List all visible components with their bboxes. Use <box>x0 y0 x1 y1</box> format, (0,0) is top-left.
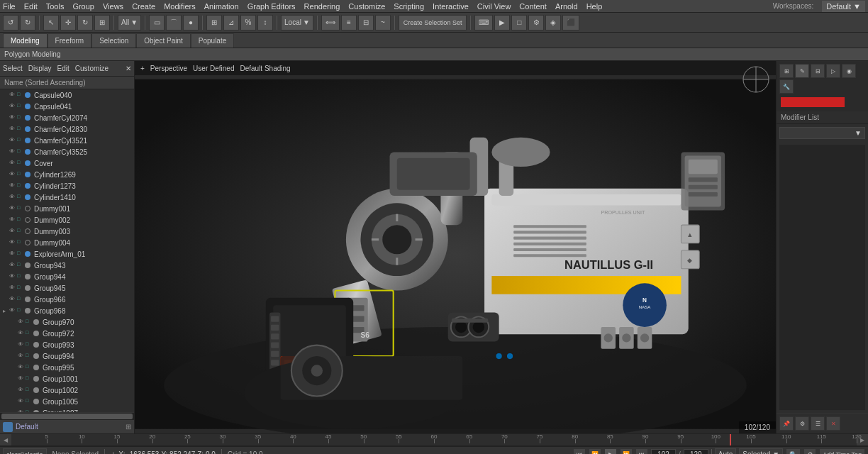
current-frame-input[interactable]: 102 <box>651 449 676 454</box>
arnold-btn[interactable]: ⬛ <box>562 15 579 31</box>
undo-btn[interactable]: ↺ <box>3 15 18 31</box>
scene-list-item[interactable]: 👁□Group970 <box>0 316 134 328</box>
skip-start-btn[interactable]: ⏮ <box>573 448 586 455</box>
viewport-view[interactable]: User Defined <box>193 65 234 72</box>
scene-tab-customize[interactable]: Customize <box>75 65 108 72</box>
play-btn[interactable]: ▶ <box>604 448 617 455</box>
mini-nav-btn[interactable]: ⚙ <box>803 448 816 455</box>
scene-list-item[interactable]: 👁□Group1001 <box>0 373 134 384</box>
selection-filter-dropdown[interactable]: Selected ▼ <box>739 448 783 455</box>
add-time-tag-btn[interactable]: Add Time Tag <box>819 448 865 455</box>
transform-dropdown[interactable]: Local ▼ <box>281 15 313 31</box>
scene-list-item[interactable]: 👁□Group943 <box>0 260 134 271</box>
scene-tab-edit[interactable]: Edit <box>57 65 69 72</box>
hierarchy-tab-btn[interactable]: ⊟ <box>811 64 825 78</box>
menu-customize[interactable]: Customize <box>348 2 385 11</box>
scene-list-item[interactable]: 👁□ChamferCyl3521 <box>0 135 134 146</box>
scene-object-list[interactable]: 👁□Capsule040👁□Capsule041👁□ChamferCyl2074… <box>0 89 134 412</box>
tab-populate[interactable]: Populate <box>191 33 234 48</box>
angle-snap-btn[interactable]: ⊿ <box>223 15 239 31</box>
scene-list-item[interactable]: 👁□Group944 <box>0 271 134 282</box>
redo-btn[interactable]: ↻ <box>20 15 35 31</box>
viewport-type[interactable]: Perspective <box>150 65 187 72</box>
timeline-container[interactable]: 5101520253035404550556065707580859095100… <box>11 433 857 446</box>
menu-edit[interactable]: Edit <box>24 2 38 11</box>
tab-modeling[interactable]: Modeling <box>3 33 48 48</box>
timeline-playhead[interactable] <box>730 433 731 446</box>
scene-list-item[interactable]: 👁□Cylinder1273 <box>0 180 134 192</box>
menu-graph-editors[interactable]: Graph Editors <box>247 2 296 11</box>
menu-modifiers[interactable]: Modifiers <box>164 2 196 11</box>
tab-object-paint[interactable]: Object Paint <box>136 33 190 48</box>
scale-btn[interactable]: ⊞ <box>94 15 110 31</box>
select-region-btn[interactable]: ▭ <box>149 15 165 31</box>
render-settings-btn[interactable]: ⚙ <box>528 15 544 31</box>
create-tab-btn[interactable]: ⊞ <box>779 64 794 78</box>
viewport-shading[interactable]: Default Shading <box>240 65 290 72</box>
display-tab-btn[interactable]: ◉ <box>842 64 856 78</box>
utilities-tab-btn[interactable]: 🔧 <box>779 79 794 94</box>
modify-tab-btn[interactable]: ✎ <box>795 64 809 78</box>
scene-list-item[interactable]: 👁□Group995 <box>0 362 134 373</box>
timeline-track[interactable]: 5101520253035404550556065707580859095100… <box>11 433 857 446</box>
scene-list-item[interactable]: 👁□Group966 <box>0 294 134 305</box>
scene-list-item[interactable]: 👁□Cylinder1269 <box>0 169 134 180</box>
tab-freeform[interactable]: Freeform <box>48 33 92 48</box>
menu-scripting[interactable]: Scripting <box>394 2 424 11</box>
menu-arnold[interactable]: Arnold <box>555 2 578 11</box>
spinner-snap-btn[interactable]: ↕ <box>257 15 273 31</box>
move-btn[interactable]: ✛ <box>60 15 76 31</box>
align-btn[interactable]: ≡ <box>341 15 357 31</box>
render-btn[interactable]: ▶ <box>494 15 510 31</box>
scene-list-item[interactable]: 👁□ExplorerArm_01 <box>0 248 134 260</box>
menu-rendering[interactable]: Rendering <box>304 2 340 11</box>
scene-list-item[interactable]: 👁□Dummy001 <box>0 203 134 214</box>
color-swatch[interactable] <box>781 97 845 107</box>
modifier-dropdown[interactable]: ▼ <box>779 127 865 139</box>
scene-layers-btn[interactable]: ⊞ <box>126 423 131 431</box>
layer-btn[interactable]: ⊟ <box>358 15 374 31</box>
scene-close-btn[interactable]: ✕ <box>126 65 131 72</box>
menu-views[interactable]: Views <box>103 2 123 11</box>
workspaces-dropdown[interactable]: Default ▼ <box>822 1 865 12</box>
view-mode-btn[interactable]: ☰ <box>811 416 825 431</box>
create-selection-set-btn[interactable]: Create Selection Set <box>399 15 467 31</box>
scene-list-item[interactable]: 👁□Group993 <box>0 339 134 350</box>
delete-modifier-btn[interactable]: ✕ <box>826 416 840 431</box>
scene-list-item[interactable]: 👁□Group1005 <box>0 396 134 407</box>
next-frame-btn[interactable]: ⏩ <box>620 448 633 455</box>
config-modifier-btn[interactable]: ⚙ <box>795 416 809 431</box>
menu-help[interactable]: Help <box>586 2 603 11</box>
kbd-btn[interactable]: ⌨ <box>474 15 493 31</box>
scene-list-item[interactable]: ▸👁□Group968 <box>0 305 134 316</box>
scene-list-item[interactable]: 👁□Group945 <box>0 282 134 294</box>
percent-snap-btn[interactable]: % <box>240 15 256 31</box>
scene-list-item[interactable]: 👁□Capsule041 <box>0 101 134 112</box>
prev-frame-btn[interactable]: ⏪ <box>589 448 601 455</box>
menu-create[interactable]: Create <box>132 2 155 11</box>
timeline-left-nav[interactable]: ◀ <box>0 433 11 446</box>
scene-list-item[interactable]: 👁□Dummy004 <box>0 237 134 248</box>
render-frame-btn[interactable]: □ <box>511 15 527 31</box>
lasso-btn[interactable]: ⌒ <box>166 15 182 31</box>
viewport-panel[interactable]: + Perspective User Defined Default Shadi… <box>135 61 776 433</box>
viewport-plus[interactable]: + <box>140 65 145 72</box>
menu-animation[interactable]: Animation <box>204 2 239 11</box>
mirror-btn[interactable]: ⟺ <box>321 15 340 31</box>
scene-list-item[interactable]: 👁□ChamferCyl2830 <box>0 123 134 135</box>
scene-list-item[interactable]: 👁□Group1007 <box>0 407 134 412</box>
scene-list-item[interactable]: 👁□ChamferCyl2074 <box>0 112 134 123</box>
scene-list-item[interactable]: 👁□Group972 <box>0 328 134 339</box>
auto-key-dropdown[interactable]: Auto <box>715 448 737 455</box>
mode-dropdown[interactable]: All ▼ <box>118 15 141 31</box>
scene-list-item[interactable]: 👁□Group994 <box>0 350 134 362</box>
menu-tools[interactable]: Tools <box>46 2 65 11</box>
scene-list-item[interactable]: 👁□Capsule040 <box>0 89 134 101</box>
curve-btn[interactable]: ~ <box>375 15 391 31</box>
menu-group[interactable]: Group <box>72 2 94 11</box>
scene-list-item[interactable]: 👁□ChamferCyl3525 <box>0 146 134 157</box>
scene-list-item[interactable]: 👁□Group1002 <box>0 384 134 396</box>
menu-file[interactable]: File <box>3 2 16 11</box>
paint-btn[interactable]: ● <box>183 15 199 31</box>
render-view-btn[interactable]: ◈ <box>545 15 561 31</box>
